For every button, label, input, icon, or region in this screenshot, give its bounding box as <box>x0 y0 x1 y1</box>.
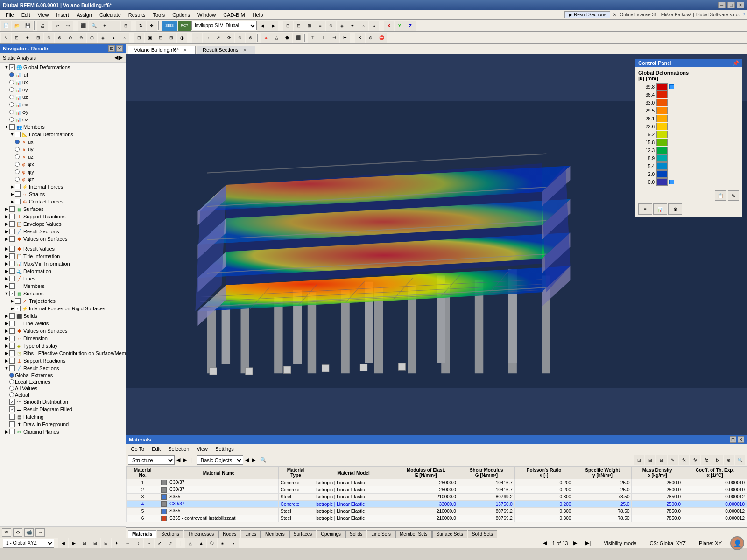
mat-obj-prev-btn[interactable]: ◀ <box>244 457 250 463</box>
expand-lines-icon[interactable]: ▶ <box>4 276 9 281</box>
expand-deform-icon[interactable]: ▶ <box>4 268 9 274</box>
expand-if-icon[interactable]: ▶ <box>9 184 15 189</box>
t25[interactable]: △ <box>271 33 282 43</box>
mat-row-3[interactable]: 3 S355 Steel Isotropic | Linear Elastic … <box>127 493 747 500</box>
nav-detach-btn[interactable]: ⊡ <box>108 45 115 52</box>
t29[interactable]: ⊥ <box>318 33 329 43</box>
mat-tb2[interactable]: ⊞ <box>645 455 655 465</box>
nav-video-btn[interactable]: 📹 <box>24 528 34 537</box>
checkbox-deformation[interactable] <box>9 268 15 274</box>
t5[interactable]: ⊕ <box>44 33 54 43</box>
cp-chart-btn[interactable]: 📊 <box>653 203 667 215</box>
radio-phix[interactable] <box>9 102 14 107</box>
t22[interactable]: ⊕ <box>235 33 245 43</box>
status-tb1[interactable]: ◀ <box>58 538 68 548</box>
btab-openings[interactable]: Openings <box>317 530 345 538</box>
checkbox-solids[interactable] <box>9 313 15 319</box>
checkbox-trajectories[interactable] <box>15 298 21 304</box>
t21[interactable]: ⟳ <box>224 33 234 43</box>
status-tb4[interactable]: ⊞ <box>90 538 100 548</box>
cp-edit-btn[interactable]: ✎ <box>728 190 739 201</box>
radio-m-phiz[interactable] <box>15 177 20 182</box>
mat-row-1[interactable]: 1 C30/37 Concrete Isotropic | Linear Ela… <box>127 479 747 486</box>
nav-eye-btn[interactable]: 👁 <box>2 528 11 537</box>
radio-m-phix[interactable] <box>15 162 20 167</box>
radio-phiy[interactable] <box>9 110 14 114</box>
t10[interactable]: ◈ <box>98 33 108 43</box>
t19[interactable]: ↔ <box>203 33 213 43</box>
tree-solids[interactable]: ▶ ⬛ Solids <box>0 312 126 320</box>
checkbox-smooth-dist[interactable] <box>9 399 15 405</box>
tree-surfaces[interactable]: ▶ ▦ Surfaces <box>0 205 126 213</box>
tree-clipping-planes[interactable]: ▶ ✂ Clipping Planes <box>0 428 126 435</box>
radio-m-phiy[interactable] <box>15 169 20 174</box>
t26[interactable]: ⬟ <box>282 33 292 43</box>
menu-window[interactable]: Window <box>194 11 219 19</box>
checkbox-ribs[interactable] <box>9 350 15 356</box>
expand-vs2-icon[interactable]: ▶ <box>4 328 9 334</box>
expand-strains-icon[interactable]: ▶ <box>9 191 15 197</box>
checkbox-result-values[interactable] <box>9 246 15 252</box>
t7[interactable]: ⊙ <box>65 33 76 43</box>
tree-result-sections-2[interactable]: ▼ ╱ Result Sections <box>0 364 126 372</box>
mat-row-2[interactable]: 2 C30/37 Concrete Isotropic | Linear Ela… <box>127 486 747 493</box>
seismic-btn[interactable]: SEIS <box>162 21 177 31</box>
menu-tools[interactable]: Tools <box>149 11 169 19</box>
checkbox-envelope-values[interactable] <box>9 221 15 227</box>
menu-edit[interactable]: Edit <box>18 11 34 19</box>
menu-options[interactable]: Options <box>169 11 194 19</box>
t9[interactable]: ⬡ <box>87 33 97 43</box>
tree-maxmin-info[interactable]: ▶ 📊 Max/Min Information <box>0 260 126 267</box>
tree-support-reactions-2[interactable]: ▶ ⊥ Support Reactions <box>0 357 126 364</box>
expand-local-deform-icon[interactable]: ▼ <box>9 132 15 137</box>
mat-view[interactable]: View <box>194 445 211 453</box>
tree-draw-foreground[interactable]: ⬆ Draw in Foreground <box>0 420 126 428</box>
radio-local-extremes[interactable] <box>9 379 14 384</box>
btab-thicknesses[interactable]: Thicknesses <box>184 530 218 538</box>
t20[interactable]: ⤢ <box>213 33 224 43</box>
mat-row-4[interactable]: 4 C30/37 Concrete Isotropic | Linear Ela… <box>127 501 747 508</box>
radio-m-ux[interactable] <box>15 140 20 144</box>
tree-ribs[interactable]: ▶ ⊡ Ribs - Effective Contribution on Sur… <box>0 350 126 357</box>
tb2[interactable]: ⊟ <box>294 21 304 31</box>
undo-btn[interactable]: ↩ <box>52 21 63 31</box>
tree-m-uz[interactable]: 𝑢 uz <box>0 153 126 161</box>
tree-u-abs[interactable]: 📊 |u| <box>0 71 126 78</box>
tree-members-2[interactable]: ▶ — Members <box>0 282 126 290</box>
mat-selection[interactable]: Selection <box>165 445 192 453</box>
expand-mm-icon[interactable]: ▶ <box>4 261 9 266</box>
expand-rs-icon[interactable]: ▶ <box>4 229 9 234</box>
status-tb11[interactable]: ⟳ <box>165 538 176 548</box>
tab-result-sections[interactable]: Result Sections ✕ <box>197 46 255 54</box>
tree-m-phiy[interactable]: φ φy <box>0 168 126 175</box>
status-tb15[interactable]: ◈ <box>218 538 228 548</box>
checkbox-support-reactions[interactable] <box>9 214 15 219</box>
checkbox-result-sections[interactable] <box>9 229 15 234</box>
minimize-button[interactable]: ─ <box>718 2 726 8</box>
expand-ev-icon[interactable]: ▶ <box>4 221 9 227</box>
checkbox-clipping-planes[interactable] <box>9 429 15 434</box>
expand-members2-icon[interactable]: ▶ <box>4 283 9 289</box>
checkbox-hatching[interactable] <box>9 414 15 420</box>
mat-tb7[interactable]: fz <box>701 455 712 465</box>
checkbox-lines-2[interactable] <box>9 276 15 281</box>
checkbox-internal-forces[interactable] <box>15 184 21 189</box>
expand-ti-icon[interactable]: ▶ <box>4 253 9 259</box>
mat-settings[interactable]: Settings <box>212 445 237 453</box>
mat-edit[interactable]: Edit <box>149 445 163 453</box>
t23[interactable]: ⊗ <box>246 33 256 43</box>
checkbox-line-welds[interactable] <box>9 321 15 326</box>
menu-cad-bim[interactable]: CAD-BIM <box>219 11 248 19</box>
mat-row-6[interactable]: 6 S355 - controventi instabilizzanti Ste… <box>127 515 747 522</box>
t8[interactable]: ⊛ <box>76 33 86 43</box>
expand-rv-icon[interactable]: ▶ <box>4 246 9 252</box>
menu-view[interactable]: View <box>34 11 53 19</box>
radio-uz[interactable] <box>9 95 14 99</box>
t4[interactable]: ⊞ <box>33 33 43 43</box>
menu-assign[interactable]: Assign <box>73 11 96 19</box>
tree-local-deformations[interactable]: ▼ 📐 Local Deformations <box>0 131 126 138</box>
checkbox-title-info[interactable] <box>9 253 15 259</box>
status-tb16[interactable]: ⬧ <box>228 538 239 548</box>
maximize-button[interactable]: □ <box>727 2 735 8</box>
load-combo-select[interactable]: Inviluppo SLV_Dlubal <box>191 21 257 30</box>
